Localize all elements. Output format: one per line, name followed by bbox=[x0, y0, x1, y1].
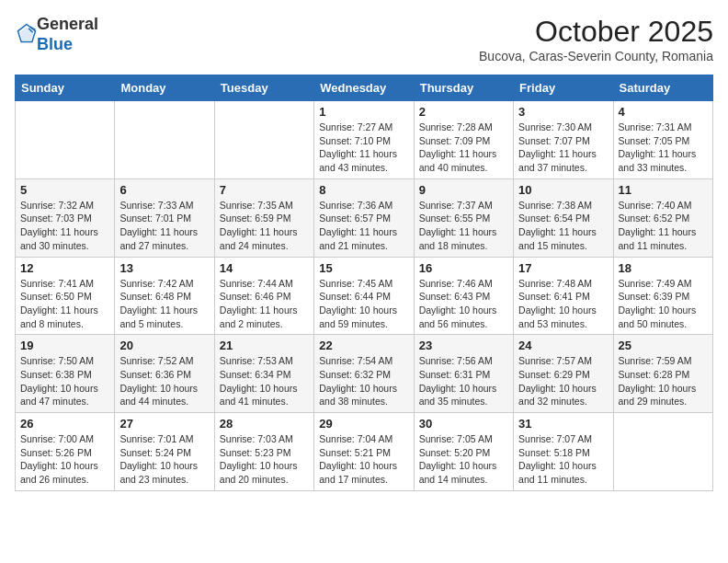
day-number: 24 bbox=[518, 339, 608, 352]
logo-general: General bbox=[37, 15, 98, 35]
day-number: 6 bbox=[119, 183, 209, 197]
calendar-cell: 19Sunrise: 7:50 AM Sunset: 6:38 PM Dayli… bbox=[16, 335, 115, 413]
day-number: 27 bbox=[119, 417, 209, 431]
day-info: Sunrise: 7:03 AM Sunset: 5:23 PM Dayligh… bbox=[220, 432, 309, 487]
day-number: 12 bbox=[20, 261, 109, 275]
weekday-header-sunday: Sunday bbox=[16, 75, 115, 101]
day-number: 18 bbox=[619, 261, 708, 275]
calendar-cell bbox=[115, 101, 214, 179]
day-info: Sunrise: 7:30 AM Sunset: 7:07 PM Dayligh… bbox=[518, 121, 608, 175]
calendar-cell: 3Sunrise: 7:30 AM Sunset: 7:07 PM Daylig… bbox=[514, 101, 613, 179]
day-info: Sunrise: 7:57 AM Sunset: 6:29 PM Dayligh… bbox=[518, 354, 608, 408]
calendar-cell: 9Sunrise: 7:37 AM Sunset: 6:55 PM Daylig… bbox=[414, 178, 513, 257]
day-number: 22 bbox=[319, 339, 408, 352]
day-number: 13 bbox=[119, 261, 209, 275]
day-info: Sunrise: 7:33 AM Sunset: 7:01 PM Dayligh… bbox=[119, 199, 209, 253]
weekday-header-row: SundayMondayTuesdayWednesdayThursdayFrid… bbox=[16, 75, 713, 101]
day-number: 17 bbox=[518, 261, 608, 275]
calendar-cell: 21Sunrise: 7:53 AM Sunset: 6:34 PM Dayli… bbox=[214, 335, 313, 413]
calendar-cell: 18Sunrise: 7:49 AM Sunset: 6:39 PM Dayli… bbox=[613, 257, 712, 335]
calendar-cell bbox=[613, 413, 712, 491]
location-subtitle: Bucova, Caras-Severin County, Romania bbox=[479, 49, 713, 63]
day-info: Sunrise: 7:28 AM Sunset: 7:09 PM Dayligh… bbox=[419, 121, 508, 175]
calendar-cell: 22Sunrise: 7:54 AM Sunset: 6:32 PM Dayli… bbox=[314, 335, 414, 413]
calendar-cell: 10Sunrise: 7:38 AM Sunset: 6:54 PM Dayli… bbox=[514, 178, 613, 257]
logo: General Blue bbox=[15, 15, 98, 54]
day-info: Sunrise: 7:01 AM Sunset: 5:24 PM Dayligh… bbox=[119, 432, 209, 487]
day-info: Sunrise: 7:50 AM Sunset: 6:38 PM Dayligh… bbox=[20, 354, 109, 408]
day-info: Sunrise: 7:07 AM Sunset: 5:18 PM Dayligh… bbox=[518, 432, 608, 487]
month-title: October 2025 bbox=[479, 15, 713, 49]
calendar-week-row: 5Sunrise: 7:32 AM Sunset: 7:03 PM Daylig… bbox=[16, 178, 713, 257]
day-info: Sunrise: 7:31 AM Sunset: 7:05 PM Dayligh… bbox=[619, 121, 708, 175]
day-info: Sunrise: 7:46 AM Sunset: 6:43 PM Dayligh… bbox=[419, 277, 508, 331]
calendar-week-row: 19Sunrise: 7:50 AM Sunset: 6:38 PM Dayli… bbox=[16, 335, 713, 413]
day-info: Sunrise: 7:41 AM Sunset: 6:50 PM Dayligh… bbox=[20, 277, 109, 331]
calendar-cell: 4Sunrise: 7:31 AM Sunset: 7:05 PM Daylig… bbox=[613, 101, 712, 179]
day-number: 19 bbox=[20, 339, 109, 352]
day-info: Sunrise: 7:53 AM Sunset: 6:34 PM Dayligh… bbox=[220, 354, 309, 408]
calendar-cell: 23Sunrise: 7:56 AM Sunset: 6:31 PM Dayli… bbox=[414, 335, 513, 413]
calendar-cell bbox=[214, 101, 313, 179]
page-header: General Blue October 2025 Bucova, Caras-… bbox=[15, 15, 713, 63]
day-info: Sunrise: 7:38 AM Sunset: 6:54 PM Dayligh… bbox=[518, 199, 608, 253]
calendar-cell bbox=[16, 101, 115, 179]
day-info: Sunrise: 7:59 AM Sunset: 6:28 PM Dayligh… bbox=[619, 354, 708, 408]
day-info: Sunrise: 7:05 AM Sunset: 5:20 PM Dayligh… bbox=[419, 432, 508, 487]
day-info: Sunrise: 7:40 AM Sunset: 6:52 PM Dayligh… bbox=[619, 199, 708, 253]
day-number: 2 bbox=[419, 105, 508, 119]
day-number: 14 bbox=[220, 261, 309, 275]
calendar-cell: 17Sunrise: 7:48 AM Sunset: 6:41 PM Dayli… bbox=[514, 257, 613, 335]
day-info: Sunrise: 7:27 AM Sunset: 7:10 PM Dayligh… bbox=[319, 121, 408, 175]
day-number: 1 bbox=[319, 105, 408, 119]
calendar-week-row: 26Sunrise: 7:00 AM Sunset: 5:26 PM Dayli… bbox=[16, 413, 713, 491]
day-number: 8 bbox=[319, 183, 408, 197]
day-info: Sunrise: 7:45 AM Sunset: 6:44 PM Dayligh… bbox=[319, 277, 408, 331]
calendar-cell: 25Sunrise: 7:59 AM Sunset: 6:28 PM Dayli… bbox=[613, 335, 712, 413]
calendar-cell: 6Sunrise: 7:33 AM Sunset: 7:01 PM Daylig… bbox=[115, 178, 214, 257]
day-number: 25 bbox=[619, 339, 708, 352]
calendar-week-row: 1Sunrise: 7:27 AM Sunset: 7:10 PM Daylig… bbox=[16, 101, 713, 179]
day-number: 26 bbox=[20, 417, 109, 431]
calendar-cell: 7Sunrise: 7:35 AM Sunset: 6:59 PM Daylig… bbox=[214, 178, 313, 257]
calendar-cell: 30Sunrise: 7:05 AM Sunset: 5:20 PM Dayli… bbox=[414, 413, 513, 491]
calendar-week-row: 12Sunrise: 7:41 AM Sunset: 6:50 PM Dayli… bbox=[16, 257, 713, 335]
calendar-cell: 13Sunrise: 7:42 AM Sunset: 6:48 PM Dayli… bbox=[115, 257, 214, 335]
calendar-cell: 24Sunrise: 7:57 AM Sunset: 6:29 PM Dayli… bbox=[514, 335, 613, 413]
calendar-cell: 31Sunrise: 7:07 AM Sunset: 5:18 PM Dayli… bbox=[514, 413, 613, 491]
day-number: 30 bbox=[419, 417, 508, 431]
day-info: Sunrise: 7:36 AM Sunset: 6:57 PM Dayligh… bbox=[319, 199, 408, 253]
day-number: 5 bbox=[20, 183, 109, 197]
day-info: Sunrise: 7:49 AM Sunset: 6:39 PM Dayligh… bbox=[619, 277, 708, 331]
weekday-header-tuesday: Tuesday bbox=[214, 75, 313, 101]
day-info: Sunrise: 7:00 AM Sunset: 5:26 PM Dayligh… bbox=[20, 432, 109, 487]
day-number: 23 bbox=[419, 339, 508, 352]
logo-blue: Blue bbox=[37, 35, 98, 55]
weekday-header-wednesday: Wednesday bbox=[314, 75, 414, 101]
day-number: 21 bbox=[220, 339, 309, 352]
calendar-cell: 1Sunrise: 7:27 AM Sunset: 7:10 PM Daylig… bbox=[314, 101, 414, 179]
calendar-cell: 12Sunrise: 7:41 AM Sunset: 6:50 PM Dayli… bbox=[16, 257, 115, 335]
day-number: 20 bbox=[119, 339, 209, 352]
day-number: 29 bbox=[319, 417, 408, 431]
day-number: 3 bbox=[518, 105, 608, 119]
weekday-header-monday: Monday bbox=[115, 75, 214, 101]
calendar-cell: 15Sunrise: 7:45 AM Sunset: 6:44 PM Dayli… bbox=[314, 257, 414, 335]
day-info: Sunrise: 7:54 AM Sunset: 6:32 PM Dayligh… bbox=[319, 354, 408, 408]
calendar-cell: 26Sunrise: 7:00 AM Sunset: 5:26 PM Dayli… bbox=[16, 413, 115, 491]
weekday-header-saturday: Saturday bbox=[613, 75, 712, 101]
calendar-cell: 8Sunrise: 7:36 AM Sunset: 6:57 PM Daylig… bbox=[314, 178, 414, 257]
day-info: Sunrise: 7:56 AM Sunset: 6:31 PM Dayligh… bbox=[419, 354, 508, 408]
calendar-cell: 5Sunrise: 7:32 AM Sunset: 7:03 PM Daylig… bbox=[16, 178, 115, 257]
day-info: Sunrise: 7:42 AM Sunset: 6:48 PM Dayligh… bbox=[119, 277, 209, 331]
calendar-cell: 2Sunrise: 7:28 AM Sunset: 7:09 PM Daylig… bbox=[414, 101, 513, 179]
day-info: Sunrise: 7:44 AM Sunset: 6:46 PM Dayligh… bbox=[220, 277, 309, 331]
calendar-cell: 29Sunrise: 7:04 AM Sunset: 5:21 PM Dayli… bbox=[314, 413, 414, 491]
day-number: 15 bbox=[319, 261, 408, 275]
day-number: 10 bbox=[518, 183, 608, 197]
day-info: Sunrise: 7:37 AM Sunset: 6:55 PM Dayligh… bbox=[419, 199, 508, 253]
calendar-table: SundayMondayTuesdayWednesdayThursdayFrid… bbox=[15, 75, 713, 491]
day-number: 28 bbox=[220, 417, 309, 431]
day-number: 11 bbox=[619, 183, 708, 197]
day-number: 4 bbox=[619, 105, 708, 119]
